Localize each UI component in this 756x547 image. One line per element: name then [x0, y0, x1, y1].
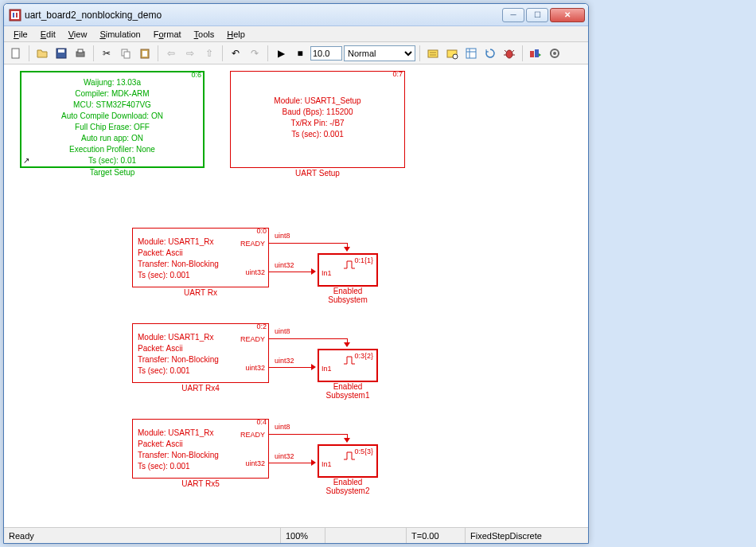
toolbar-separator	[522, 45, 523, 61]
menu-file[interactable]: File	[7, 28, 34, 41]
debug-button[interactable]	[501, 45, 518, 62]
maximize-button[interactable]: ☐	[526, 8, 548, 22]
svg-rect-10	[124, 52, 130, 58]
block-tag: 0:6	[191, 71, 201, 79]
block-uart-rx4[interactable]: 0:2 Module: USART1_RxPacket: AsciiTransf…	[132, 323, 269, 383]
svg-rect-2	[13, 13, 14, 18]
pulse-icon	[343, 260, 357, 269]
menu-help[interactable]: Help	[220, 28, 251, 41]
toolbar-separator	[93, 45, 94, 61]
block-uart-rx[interactable]: 0:0 Module: USART1_RxPacket: AsciiTransf…	[132, 228, 269, 287]
cut-button[interactable]: ✂	[98, 45, 115, 62]
svg-rect-16	[466, 49, 476, 58]
menu-simulation[interactable]: Simulation	[93, 28, 146, 41]
link-icon: ↗	[23, 156, 29, 165]
incremental-build-button[interactable]	[443, 45, 461, 62]
app-icon	[9, 9, 21, 21]
save-button[interactable]	[53, 45, 70, 62]
menu-edit[interactable]: Edit	[34, 28, 62, 41]
pulse-icon	[343, 451, 357, 460]
svg-point-17	[506, 50, 512, 58]
model-config-button[interactable]	[546, 45, 563, 62]
signal-wire	[269, 272, 313, 272]
block-text: Module: USART1_Setup Baud (Bps): 115200 …	[231, 72, 404, 145]
pulse-icon	[343, 355, 357, 365]
window-title: uart_board2_nonblocking_demo	[25, 10, 502, 21]
model-canvas[interactable]: 0:6 Waijung: 13.03a Compiler: MDK-ARM MC…	[4, 64, 588, 527]
status-time: T=0.00	[407, 528, 466, 543]
block-label: Target Setup	[21, 168, 203, 177]
new-button[interactable]	[7, 45, 25, 62]
svg-rect-12	[142, 51, 147, 57]
signal-wire	[269, 243, 347, 244]
stop-button[interactable]: ■	[291, 45, 309, 62]
sim-mode-select[interactable]: Normal	[344, 45, 415, 61]
svg-point-15	[453, 54, 458, 59]
block-enabled-subsystem[interactable]: 0:1{1} In1 Enabled Subsystem	[318, 253, 378, 287]
svg-rect-19	[535, 49, 539, 57]
menu-tools[interactable]: Tools	[188, 28, 221, 41]
menu-format[interactable]: Format	[147, 28, 188, 41]
block-text: Waijung: 13.03a Compiler: MDK-ARM MCU: S…	[21, 72, 203, 171]
print-button[interactable]	[72, 45, 89, 62]
block-tag: 0:7	[392, 70, 403, 78]
menu-view[interactable]: View	[62, 28, 94, 41]
toolbar-separator	[267, 45, 268, 61]
open-button[interactable]	[33, 45, 51, 62]
svg-rect-4	[12, 49, 19, 58]
play-button[interactable]: ▶	[272, 45, 290, 62]
toolbar: ✂ ⇦ ⇨ ⇧ ↶ ↷ ▶ ■ Normal	[4, 42, 588, 64]
toolbar-separator	[158, 45, 158, 61]
svg-rect-3	[16, 13, 18, 18]
block-uart-rx5[interactable]: 0:4 Module: USART1_RxPacket: AsciiTransf…	[132, 419, 269, 479]
svg-rect-13	[428, 50, 438, 57]
build-button[interactable]	[424, 45, 442, 62]
library-browser-button[interactable]	[527, 45, 544, 62]
up-button[interactable]: ⇧	[201, 45, 218, 62]
close-button[interactable]: ✕	[550, 8, 585, 22]
forward-button[interactable]: ⇨	[181, 45, 199, 62]
app-window: uart_board2_nonblocking_demo ─ ☐ ✕ File …	[3, 3, 589, 544]
model-explorer-button[interactable]	[462, 45, 480, 62]
svg-rect-6	[58, 49, 64, 53]
toolbar-separator	[419, 45, 420, 61]
refresh-button[interactable]	[481, 45, 499, 62]
minimize-button[interactable]: ─	[502, 8, 524, 22]
toolbar-separator	[222, 45, 223, 61]
svg-rect-18	[530, 51, 534, 57]
svg-rect-1	[11, 11, 19, 19]
status-solver: FixedStepDiscrete	[466, 528, 588, 543]
svg-rect-8	[78, 49, 83, 53]
undo-button[interactable]: ↶	[227, 45, 244, 62]
statusbar: Ready 100% T=0.00 FixedStepDiscrete	[4, 527, 588, 543]
redo-button[interactable]: ↷	[246, 45, 263, 62]
block-enabled-subsystem2[interactable]: 0:5{3} In1 Enabled Subsystem2	[318, 444, 378, 478]
block-uart-setup[interactable]: 0:7 Module: USART1_Setup Baud (Bps): 115…	[230, 71, 405, 168]
menubar: File Edit View Simulation Format Tools H…	[4, 26, 588, 42]
stoptime-input[interactable]	[310, 46, 342, 61]
toolbar-separator	[29, 45, 29, 61]
block-label: UART Setup	[231, 169, 404, 178]
block-enabled-subsystem1[interactable]: 0:3{2} In1 Enabled Subsystem1	[318, 349, 378, 382]
status-blank	[325, 528, 407, 543]
paste-button[interactable]	[136, 45, 154, 62]
status-ready: Ready	[4, 528, 281, 543]
back-button[interactable]: ⇦	[162, 45, 180, 62]
copy-button[interactable]	[117, 45, 134, 62]
svg-point-21	[553, 52, 556, 55]
status-zoom: 100%	[281, 528, 325, 543]
block-target-setup[interactable]: 0:6 Waijung: 13.03a Compiler: MDK-ARM MC…	[20, 71, 205, 168]
titlebar[interactable]: uart_board2_nonblocking_demo ─ ☐ ✕	[4, 4, 588, 26]
